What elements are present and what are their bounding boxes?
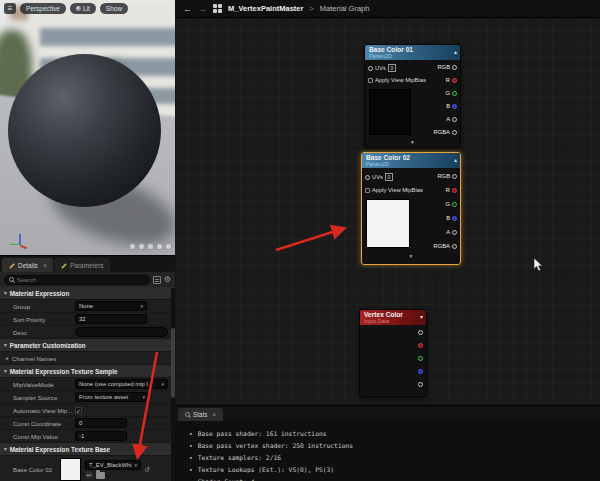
section-texture-sample[interactable]: ▾ Material Expression Texture Sample — [0, 365, 175, 378]
b-output-pin[interactable] — [452, 104, 457, 109]
a-output-pin[interactable] — [452, 230, 457, 235]
bullet-icon: • — [189, 478, 193, 481]
viewport-menu-button[interactable]: ≡ — [4, 3, 16, 14]
chevron-down-icon: ▾ — [4, 446, 7, 452]
property-label: Base Color 02 — [0, 466, 60, 473]
rgb-output-pin[interactable] — [452, 174, 457, 179]
tab-parameters[interactable]: Parameters — [54, 258, 110, 272]
automatic-view-mip-checkbox[interactable]: ✓ — [75, 407, 82, 414]
node-header[interactable]: Vertex Color Input Data ▾ — [360, 310, 426, 325]
node-base-color-02[interactable]: Base Color 02 Param2D ▴ UVs 0 Apply View… — [361, 152, 461, 265]
details-search-row: ⚙ — [0, 272, 175, 287]
graph-breadcrumb-bar: ← → M_VertexPaintMaster > Material Graph — [175, 0, 600, 18]
pin-label-rgb: RGB — [437, 173, 450, 179]
breadcrumb-asset[interactable]: M_VertexPaintMaster — [228, 4, 303, 13]
section-title: Material Expression Texture Sample — [10, 368, 118, 375]
texture-asset-dropdown[interactable]: T_EV_BlackWhi ▾ — [85, 460, 141, 470]
search-input[interactable] — [17, 277, 145, 283]
browse-to-asset-icon[interactable] — [96, 472, 105, 479]
const-mip-value-field[interactable]: -1 — [75, 431, 127, 441]
perspective-button[interactable]: Perspective — [20, 3, 66, 14]
close-icon[interactable]: × — [43, 262, 47, 269]
texture-thumbnail[interactable] — [60, 458, 81, 481]
rgb-output-pin[interactable] — [418, 330, 423, 335]
property-row-sampler-source: Sampler Source From texture asset ▾ — [0, 391, 175, 404]
b-output-pin[interactable] — [452, 216, 457, 221]
mipvaluemode-dropdown[interactable]: None (use computed mip l ▾ — [75, 379, 168, 389]
breadcrumb-separator: > — [309, 4, 313, 13]
mipbias-checkbox[interactable] — [368, 78, 373, 83]
expand-icon[interactable]: ▾ — [365, 139, 460, 145]
node-vertex-color[interactable]: Vertex Color Input Data ▾ — [359, 309, 427, 397]
uvs-input-pin[interactable] — [365, 175, 370, 180]
mipbias-checkbox[interactable] — [365, 188, 370, 193]
mipbias-label: Apply View MipBias — [372, 187, 423, 193]
viewport-corner-buttons[interactable] — [129, 243, 172, 250]
viewport-option-icon[interactable] — [147, 243, 154, 250]
r-output-pin[interactable] — [452, 78, 457, 83]
parameters-tab-icon — [60, 262, 67, 269]
expand-icon[interactable]: ▾ — [362, 253, 460, 259]
lit-mode-button[interactable]: Lit — [70, 3, 96, 14]
r-output-pin[interactable] — [418, 343, 423, 348]
viewport-option-icon[interactable] — [138, 243, 145, 250]
section-texture-base[interactable]: ▾ Material Expression Texture Base — [0, 443, 175, 456]
material-preview-viewport[interactable]: ≡ Perspective Lit Show — [0, 0, 175, 255]
sampler-source-dropdown[interactable]: From texture asset ▾ — [75, 392, 149, 402]
graph-hierarchy-icon[interactable] — [213, 4, 222, 13]
uvs-input-pin[interactable] — [368, 66, 373, 71]
texture-preview — [369, 89, 411, 135]
property-row-channel-names[interactable]: ▸ Channel Names — [0, 352, 175, 365]
r-output-pin[interactable] — [452, 188, 457, 193]
node-base-color-01[interactable]: Base Color 01 Param2D ▴ UVs 0 Apply View… — [364, 44, 461, 148]
section-material-expression[interactable]: ▾ Material Expression — [0, 287, 175, 300]
sampler-source-value: From texture asset — [79, 394, 128, 400]
forward-icon[interactable]: → — [198, 4, 207, 14]
viewport-option-icon[interactable] — [129, 243, 136, 250]
pin-label-a: A — [446, 229, 450, 235]
sort-priority-field[interactable]: 32 — [75, 314, 147, 324]
tab-details[interactable]: Details × — [2, 258, 53, 272]
pin-label-rgb: RGB — [437, 64, 450, 70]
property-label: Const Coordinate — [0, 420, 75, 427]
mipvaluemode-value: None (use computed mip l — [79, 381, 148, 387]
back-icon[interactable]: ← — [183, 4, 192, 14]
b-output-pin[interactable] — [418, 369, 423, 374]
rgb-output-pin[interactable] — [452, 65, 457, 70]
tab-stats[interactable]: Stats × — [178, 408, 223, 421]
bullet-icon: • — [189, 442, 193, 449]
viewport-option-icon[interactable] — [156, 243, 163, 250]
collapse-icon[interactable]: ▾ — [420, 313, 423, 320]
viewport-option-icon[interactable] — [165, 243, 172, 250]
g-output-pin[interactable] — [452, 202, 457, 207]
use-selected-asset-icon[interactable]: ↩ — [85, 471, 93, 479]
a-output-pin[interactable] — [452, 117, 457, 122]
show-button[interactable]: Show — [100, 3, 128, 14]
rgba-output-pin[interactable] — [452, 130, 457, 135]
collapse-icon[interactable]: ▴ — [454, 156, 457, 163]
material-graph-canvas[interactable]: Base Color 01 Param2D ▴ UVs 0 Apply View… — [175, 18, 600, 481]
tab-parameters-label: Parameters — [70, 262, 104, 269]
collapse-icon[interactable]: ▴ — [454, 48, 457, 55]
section-parameter-customization[interactable]: ▾ Parameter Customization — [0, 339, 175, 352]
desc-field[interactable] — [75, 327, 168, 337]
node-header[interactable]: Base Color 02 Param2D ▴ — [362, 153, 460, 168]
stats-tab-label: Stats — [193, 411, 207, 418]
uvs-label: UVs — [375, 65, 386, 71]
gear-icon[interactable]: ⚙ — [164, 276, 171, 284]
const-coordinate-field[interactable]: 0 — [75, 418, 127, 428]
reset-to-default-icon[interactable]: ↺ — [144, 466, 150, 474]
g-output-pin[interactable] — [452, 91, 457, 96]
stat-text: Shader Count: 4 — [198, 478, 255, 481]
a-output-pin[interactable] — [418, 382, 423, 387]
filter-icon[interactable] — [153, 276, 161, 284]
pin-label-g: G — [445, 201, 450, 207]
search-box[interactable] — [4, 275, 150, 285]
close-icon[interactable]: × — [212, 411, 216, 418]
breadcrumb-page[interactable]: Material Graph — [320, 4, 370, 13]
property-label: Channel Names — [12, 355, 87, 362]
g-output-pin[interactable] — [418, 356, 423, 361]
rgba-output-pin[interactable] — [452, 244, 457, 249]
group-dropdown[interactable]: None ▾ — [75, 301, 147, 311]
node-header[interactable]: Base Color 01 Param2D ▴ — [365, 45, 460, 60]
